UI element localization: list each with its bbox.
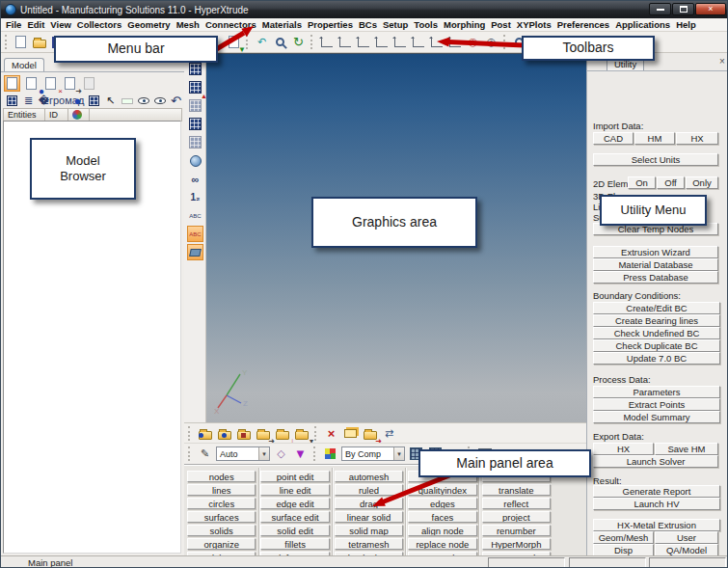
geom-mesh-page-button[interactable]: Geom/Mesh (593, 531, 654, 544)
create-entity-icon[interactable] (4, 75, 20, 92)
menu-morphing[interactable]: Morphing (441, 19, 488, 30)
elems-2d-on-button[interactable]: On (628, 176, 656, 189)
title-bar[interactable]: Untitled - Manufacturing Solutions 11.0 … (1, 1, 728, 18)
view-orientation-icon[interactable] (355, 34, 371, 50)
isolate-icon[interactable] (151, 93, 168, 109)
panel-linear-solid[interactable]: linear solid (335, 511, 403, 523)
zoom-tool-icon[interactable] (272, 34, 288, 50)
view-orientation-icon[interactable] (391, 34, 408, 50)
panel-solids[interactable]: solids (187, 525, 256, 536)
panel-solid-map[interactable]: solid map (335, 525, 403, 536)
panel-line-edit[interactable]: line edit (260, 484, 329, 496)
column-id[interactable]: ID (45, 108, 68, 122)
material-collector-icon[interactable] (235, 425, 252, 442)
import-hm-button[interactable]: HM (634, 132, 675, 145)
panel-close-icon[interactable]: × (719, 57, 725, 67)
rotate-center-icon[interactable]: ◉ (465, 34, 481, 50)
elems-2d-only-button[interactable]: Only (686, 176, 718, 189)
menu-properties[interactable]: Properties (305, 19, 356, 30)
menu-preferences[interactable]: Preferences (554, 19, 612, 30)
toolbar-drag-handle[interactable] (5, 35, 9, 49)
hx-metal-extrusion-button[interactable]: HX-Metal Extrusion (593, 519, 720, 531)
shaded-geometry-icon[interactable]: ◇ (273, 446, 289, 462)
menu-xyplots[interactable]: XYPlots (514, 19, 554, 30)
toolbar-drag-handle[interactable] (313, 446, 317, 461)
expand-list-icon[interactable]: ≣ (20, 93, 37, 109)
panel-qualityindex[interactable]: qualityindex (408, 484, 476, 496)
spherical-clip-icon[interactable] (187, 152, 203, 169)
abc-arrow-icon[interactable]: ABC (187, 226, 203, 242)
include-column-icon[interactable] (68, 108, 90, 122)
panel-circles[interactable]: circles (187, 498, 256, 509)
refresh-icon[interactable]: ↻ (290, 34, 307, 50)
menu-help[interactable]: Help (673, 19, 699, 30)
maximize-button[interactable] (672, 3, 694, 15)
extract-points-button[interactable]: Extract Points (593, 398, 720, 411)
menu-materials[interactable]: Materials (259, 19, 305, 30)
geometry-display-combo[interactable]: Auto ▾ (216, 446, 270, 461)
material-database-button[interactable]: Material Database (593, 258, 718, 271)
open-file-icon[interactable] (31, 34, 47, 50)
view-orientation-icon[interactable] (428, 34, 445, 50)
panel-reflect[interactable]: reflect (482, 498, 551, 509)
toolbar-drag-handle[interactable] (246, 35, 250, 49)
import-cad-button[interactable]: CAD (593, 132, 634, 145)
panel-edges[interactable]: edges (408, 498, 476, 509)
mask-adjacent-icon[interactable] (187, 134, 203, 150)
elems-2d-off-button[interactable]: Off (657, 176, 685, 189)
tab-model[interactable]: Model (4, 58, 44, 71)
reorder-collector-icon[interactable]: ➜ (362, 425, 378, 442)
import-hx-button[interactable]: HX (676, 132, 718, 145)
edit-entity-icon[interactable]: ➜ (62, 75, 78, 92)
panel-project[interactable]: project (482, 511, 551, 523)
model-summary-button[interactable]: Model Summary (593, 411, 720, 423)
chevron-down-icon[interactable]: ▾ (258, 447, 269, 460)
menu-bcs[interactable]: BCs (356, 19, 380, 30)
menu-tools[interactable]: Tools (411, 19, 441, 30)
minimize-button[interactable] (649, 3, 671, 15)
save-hm-button[interactable]: Save HM (655, 443, 718, 455)
surface-display-icon[interactable] (187, 244, 203, 260)
panel-organize[interactable]: organize (187, 538, 256, 550)
color-mode-combo[interactable]: By Comp ▾ (341, 446, 405, 461)
menu-edit[interactable]: Edit (24, 19, 47, 30)
import-icon[interactable]: ▼ (226, 34, 242, 50)
launch-hv-button[interactable]: Launch HV (593, 498, 720, 510)
show-hide-icon[interactable] (135, 93, 151, 109)
generate-report-button[interactable]: Generate Report (593, 485, 720, 498)
panel-point-edit[interactable]: point edit (260, 471, 329, 482)
mask-icon[interactable] (187, 61, 203, 77)
delete-entity-icon[interactable]: × (42, 75, 59, 92)
toolbar-drag-handle[interactable] (314, 426, 318, 441)
unmask-all-icon[interactable] (187, 116, 203, 132)
view-orientation-icon[interactable] (337, 34, 353, 50)
menu-connectors[interactable]: Connectors (202, 19, 259, 30)
property-icon[interactable] (86, 93, 102, 109)
view-orientation-icon[interactable] (446, 34, 463, 50)
menu-mesh[interactable]: Mesh (174, 19, 202, 30)
component-view-icon[interactable] (4, 93, 20, 109)
create-component-icon[interactable]: ● (23, 75, 40, 92)
view-orientation-icon[interactable] (410, 34, 426, 50)
panel-replace-node[interactable]: replace node (408, 538, 476, 550)
reverse-mask-icon[interactable] (187, 97, 203, 114)
component-collector-icon[interactable] (216, 425, 232, 442)
panel-hypermorph[interactable]: HyperMorph (482, 538, 551, 550)
numbers-icon[interactable]: 1₂ (187, 189, 203, 205)
menu-setup[interactable]: Setup (380, 19, 411, 30)
menu-view[interactable]: View (47, 19, 73, 30)
menu-file[interactable]: File (3, 19, 24, 30)
system-collector-icon[interactable]: ▾ (293, 425, 310, 442)
check-undefined-bc-button[interactable]: Check Undefined BC (593, 327, 720, 339)
press-database-button[interactable]: Press Database (593, 271, 718, 284)
filter-list-icon[interactable]: �громад (53, 93, 69, 109)
menu-post[interactable]: Post (488, 19, 514, 30)
panel-surface-edit[interactable]: surface edit (260, 511, 329, 523)
panel-fillets[interactable]: fillets (260, 538, 329, 550)
new-file-icon[interactable] (13, 34, 29, 50)
undo-icon[interactable]: ↶ (168, 93, 184, 109)
panel-edge-edit[interactable]: edge edit (260, 498, 329, 509)
open-model-icon[interactable] (197, 425, 213, 442)
select-units-button[interactable]: Select Units (593, 153, 718, 166)
parameters-button[interactable]: Parameters (593, 386, 720, 398)
